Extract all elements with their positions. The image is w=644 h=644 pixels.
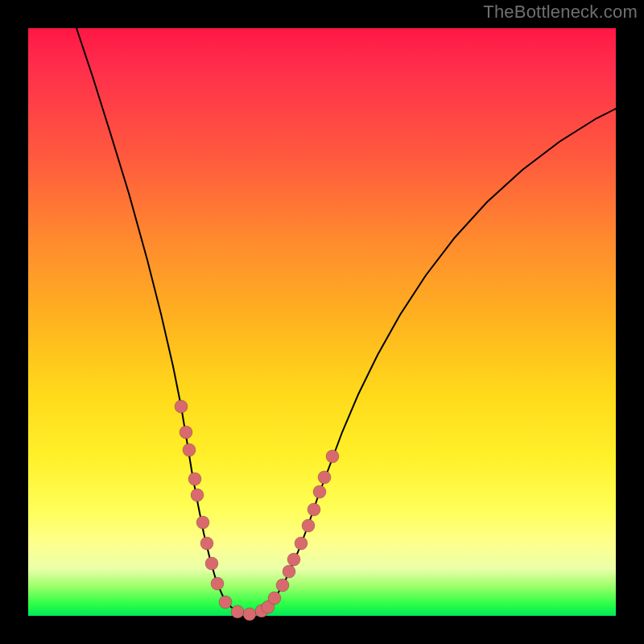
data-bead: [295, 537, 308, 550]
data-bead: [188, 473, 201, 485]
data-bead: [308, 503, 320, 516]
data-bead: [326, 450, 339, 463]
data-bead: [318, 471, 331, 484]
data-bead: [205, 557, 218, 570]
data-bead: [183, 444, 196, 456]
data-bead: [196, 516, 209, 529]
watermark-text: TheBottleneck.com: [483, 2, 638, 23]
data-bead: [191, 489, 204, 502]
bottleneck-curve: [76, 28, 616, 614]
data-bead: [313, 485, 326, 498]
data-bead: [268, 592, 281, 605]
data-bead: [219, 596, 232, 609]
data-bead: [211, 577, 224, 590]
curve-layer: [28, 28, 616, 616]
data-bead: [180, 426, 192, 439]
data-bead: [302, 519, 315, 532]
chart-frame: TheBottleneck.com: [0, 0, 644, 644]
data-bead: [231, 605, 244, 618]
data-bead: [175, 400, 188, 413]
data-bead: [243, 608, 256, 621]
data-bead: [276, 579, 289, 592]
data-bead: [287, 553, 300, 566]
data-bead: [200, 537, 213, 550]
data-bead: [283, 565, 295, 578]
